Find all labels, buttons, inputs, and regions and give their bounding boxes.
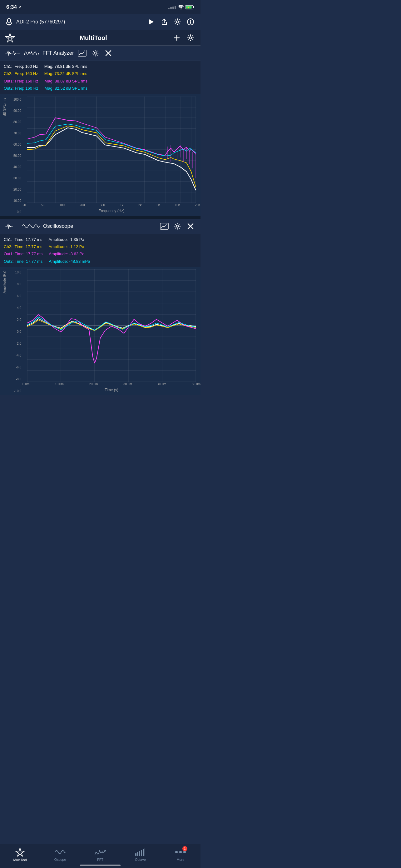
- multitool-star-icon: [5, 33, 15, 43]
- osc-out2-label: Out2: Time: 17.77 ms: [4, 258, 42, 265]
- svg-text:⚡: ⚡: [187, 6, 190, 9]
- fft-out1-mag: Mag: 88.87 dB SPL rms: [45, 78, 88, 85]
- multitool-bar: MultiTool: [0, 30, 201, 45]
- play-button[interactable]: [146, 17, 156, 27]
- osc-header: Oscilloscope: [0, 219, 201, 234]
- osc-ch2-label: Ch2: Time: 17.77 ms: [4, 243, 42, 250]
- battery-icon: ⚡: [186, 5, 194, 9]
- fft-out1-label: Out1: Freq: 160 Hz: [4, 78, 38, 85]
- svg-point-12: [190, 20, 191, 21]
- status-icons: ⚡: [168, 5, 194, 9]
- info-button[interactable]: [186, 17, 196, 27]
- osc-chart: Amplitude (Pa) 10.0 8.0 6.0 4.0 2.0 0.0 …: [0, 267, 201, 395]
- svg-rect-5: [7, 19, 11, 23]
- section-divider: [0, 216, 201, 219]
- svg-point-9: [176, 21, 179, 23]
- fft-ch2-mag: Mag: 73.22 dB SPL rms: [44, 70, 88, 77]
- wifi-icon: [178, 5, 183, 9]
- svg-marker-8: [149, 19, 154, 24]
- add-tool-button[interactable]: [172, 33, 182, 43]
- multitool-settings-button[interactable]: [186, 33, 196, 43]
- svg-point-18: [190, 37, 192, 39]
- osc-out1-amp: Amplitude: -3.62 Pa: [49, 250, 84, 257]
- fft-settings-button[interactable]: [90, 48, 100, 58]
- fft-wave-icon: [24, 49, 39, 58]
- osc-chart-button[interactable]: [159, 221, 169, 231]
- status-time: 6:34: [6, 4, 17, 10]
- osc-ch1-label: Ch1: Time: 17.77 ms: [4, 236, 42, 243]
- fft-chart: dB SPL rms 100.0 90.00 80.00 70.00 60.00…: [0, 94, 201, 216]
- osc-close-button[interactable]: [186, 221, 196, 231]
- fft-ch1-label: Ch1: Freq: 160 Hz: [4, 63, 38, 70]
- fft-chart-button[interactable]: [77, 48, 87, 58]
- fft-out2-mag: Mag: 82.52 dB SPL rms: [45, 85, 88, 92]
- osc-triple-wave-icon: [21, 222, 40, 230]
- fft-measurements: Ch1: Freq: 160 Hz Mag: 78.81 dB SPL rms …: [0, 61, 201, 94]
- osc-x-label: Time (s): [23, 387, 201, 394]
- svg-point-20: [94, 52, 96, 54]
- svg-point-56: [176, 225, 179, 227]
- fft-section: FFT Analyzer: [0, 45, 201, 216]
- fft-header: FFT Analyzer: [0, 45, 201, 61]
- svg-rect-2: [193, 6, 194, 8]
- oscilloscope-section: Oscilloscope: [0, 219, 201, 396]
- osc-out2-amp: Amplitude: -48.83 mPa: [49, 258, 90, 265]
- share-button[interactable]: [159, 17, 169, 27]
- fft-close-button[interactable]: [103, 48, 113, 58]
- osc-out1-label: Out1: Time: 17.77 ms: [4, 250, 42, 257]
- fft-y-label: dB SPL rms: [1, 98, 7, 116]
- osc-ch1-amp: Amplitude: -1.35 Pa: [49, 236, 84, 243]
- device-name: ADI-2 Pro (57760297): [16, 19, 143, 25]
- mic-icon: [5, 18, 13, 26]
- location-icon: ↗: [18, 5, 21, 9]
- status-bar: 6:34 ↗ ⚡: [0, 0, 201, 14]
- signal-strength: [168, 6, 176, 9]
- fft-ch1-mag: Mag: 78.81 dB SPL rms: [44, 63, 88, 70]
- fft-title: FFT Analyzer: [42, 50, 74, 56]
- osc-measurements: Ch1: Time: 17.77 ms Amplitude: -1.35 Pa …: [0, 234, 201, 267]
- fft-ch2-label: Ch2: Freq: 160 Hz: [4, 70, 38, 77]
- waveform-icon: [5, 49, 21, 58]
- osc-settings-button[interactable]: [172, 221, 182, 231]
- fft-x-label: Frequency (Hz): [23, 208, 201, 215]
- fft-out2-label: Out2: Freq: 160 Hz: [4, 85, 38, 92]
- osc-ch2-amp: Amplitude: -1.12 Pa: [49, 243, 84, 250]
- settings-button[interactable]: [172, 17, 182, 27]
- device-bar: ADI-2 Pro (57760297): [0, 14, 201, 30]
- multitool-title: MultiTool: [19, 34, 168, 41]
- osc-y-label: Amplitude (Pa): [1, 271, 7, 293]
- osc-wave-icon: [5, 222, 18, 230]
- osc-title: Oscilloscope: [43, 223, 156, 229]
